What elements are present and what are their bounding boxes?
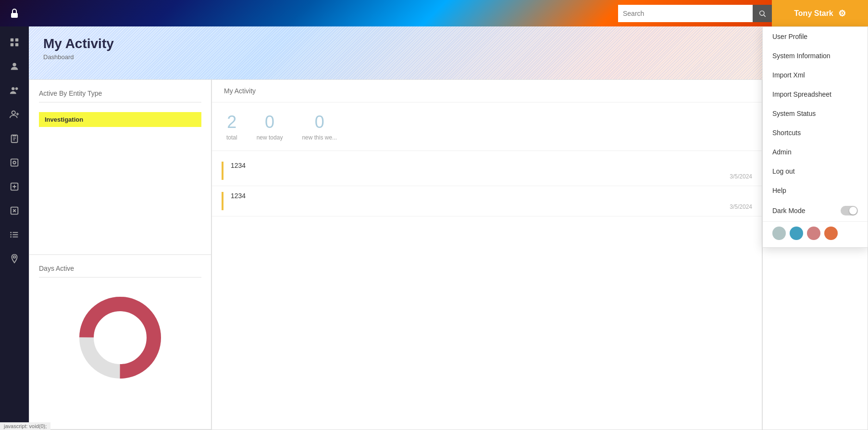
svg-rect-4 (15, 38, 18, 41)
stat-total-label: total (226, 134, 237, 141)
search-area (618, 5, 772, 22)
status-bar: javascript: void(0); (0, 422, 50, 430)
toggle-thumb (849, 207, 857, 215)
sidebar-item-user-plus[interactable] (2, 103, 26, 125)
center-panel-title: My Activity (212, 80, 762, 102)
svg-rect-0 (11, 13, 18, 18)
app-header: Tony Stark ⚙ (0, 0, 868, 26)
user-name: Tony Stark (794, 9, 833, 18)
svg-rect-6 (15, 43, 18, 46)
svg-point-8 (12, 87, 14, 90)
search-icon (758, 10, 766, 17)
location-icon (9, 253, 20, 264)
svg-point-10 (12, 111, 15, 114)
svg-point-1 (760, 11, 764, 15)
dropdown-shortcuts-label: Shortcuts (772, 129, 801, 137)
sidebar-item-person[interactable] (2, 55, 26, 77)
sidebar (0, 26, 29, 430)
activity-item-1[interactable]: 1234 3/5/2024 (212, 186, 762, 216)
swatch-orange[interactable] (824, 227, 838, 240)
dropdown-import-spreadsheet-label: Import Spreadsheet (772, 90, 831, 98)
svg-point-17 (13, 161, 16, 164)
group-icon (9, 85, 20, 96)
sidebar-item-location[interactable] (2, 248, 26, 269)
stat-new-week: 0 new this we... (302, 112, 337, 141)
dropdown-help[interactable]: Help (763, 181, 868, 200)
center-panel: My Activity 2 total 0 new today 0 new th… (211, 79, 762, 430)
dropdown-import-spreadsheet[interactable]: Import Spreadsheet (763, 85, 868, 104)
sidebar-item-list[interactable] (2, 224, 26, 245)
page-title: My Activity (43, 36, 114, 51)
stat-total-value: 2 (226, 112, 237, 132)
person-icon (9, 61, 20, 72)
svg-line-2 (764, 15, 766, 17)
breadcrumb: Dashboard (43, 53, 114, 61)
svg-point-23 (10, 232, 12, 233)
sidebar-item-dashboard[interactable] (2, 31, 26, 53)
days-active-section: Days Active (29, 255, 211, 430)
dropdown-shortcuts[interactable]: Shortcuts (763, 123, 868, 142)
dropdown-admin-label: Admin (772, 148, 792, 156)
entity-type-section: Active By Entity Type Investigation (29, 80, 211, 255)
sidebar-item-box3[interactable] (2, 200, 26, 221)
days-active-title: Days Active (39, 265, 201, 278)
dropdown-user-profile[interactable]: User Profile (763, 27, 868, 46)
dropdown-system-status[interactable]: System Status (763, 104, 868, 123)
svg-point-25 (10, 236, 12, 238)
svg-rect-5 (11, 43, 13, 46)
entity-label: Investigation (39, 112, 201, 127)
dropdown-logout[interactable]: Log out (763, 162, 868, 181)
status-text: javascript: void(0); (4, 423, 47, 429)
search-input[interactable] (618, 5, 753, 22)
box1-icon (9, 157, 20, 168)
sidebar-item-box2[interactable] (2, 176, 26, 197)
sidebar-item-box1[interactable] (2, 152, 26, 173)
activity-stats: 2 total 0 new today 0 new this we... (212, 102, 762, 151)
dropdown-import-xml[interactable]: Import Xml (763, 65, 868, 85)
stat-new-today-value: 0 (257, 112, 283, 132)
stat-total: 2 total (226, 112, 237, 141)
page-header: My Activity Dashboard (29, 26, 868, 79)
gear-icon: ⚙ (838, 8, 846, 19)
dropdown-system-info[interactable]: System Information (763, 46, 868, 65)
sidebar-item-clipboard[interactable] (2, 127, 26, 149)
dropdown-user-profile-label: User Profile (772, 33, 807, 40)
dark-mode-toggle[interactable] (841, 206, 858, 215)
dropdown-dark-mode[interactable]: Dark Mode (763, 200, 868, 221)
activity-name: 1234 (231, 192, 752, 200)
entity-item-investigation[interactable]: Investigation (39, 110, 201, 129)
stat-new-week-label: new this we... (302, 134, 337, 141)
dropdown-system-status-label: System Status (772, 110, 816, 117)
clipboard-icon (9, 133, 20, 144)
page-header-text: My Activity Dashboard (43, 36, 114, 61)
dropdown-admin[interactable]: Admin (763, 142, 868, 162)
activity-item-0[interactable]: 1234 3/5/2024 (212, 156, 762, 186)
main-content: My Activity Dashboard Active By Entity T… (29, 26, 868, 430)
activity-content: 1234 3/5/2024 (231, 192, 752, 210)
list-icon (9, 229, 20, 240)
dropdown-menu: User Profile System Information Import X… (762, 26, 868, 248)
stat-new-today: 0 new today (257, 112, 283, 141)
dropdown-logout-label: Log out (772, 167, 795, 175)
user-plus-icon (9, 109, 20, 120)
swatch-teal[interactable] (790, 227, 803, 240)
donut-chart-container (39, 285, 201, 391)
svg-rect-16 (11, 159, 18, 166)
box3-icon (9, 205, 20, 216)
svg-rect-3 (11, 38, 13, 41)
theme-swatches (763, 222, 868, 247)
search-button[interactable] (753, 5, 772, 22)
dashboard-grid: Active By Entity Type Investigation Days… (29, 79, 868, 430)
logo-area (0, 8, 29, 19)
dropdown-system-info-label: System Information (772, 52, 831, 60)
grid-icon (9, 37, 20, 48)
user-menu-trigger[interactable]: Tony Stark ⚙ (772, 0, 868, 26)
swatch-pink[interactable] (807, 227, 820, 240)
svg-point-9 (15, 87, 18, 90)
dropdown-import-xml-label: Import Xml (772, 71, 805, 79)
activity-bar (222, 192, 223, 210)
activity-content: 1234 3/5/2024 (231, 162, 752, 180)
activity-list: 1234 3/5/2024 1234 3/5/2024 (212, 151, 762, 221)
swatch-grey[interactable] (772, 227, 786, 240)
sidebar-item-group[interactable] (2, 79, 26, 101)
